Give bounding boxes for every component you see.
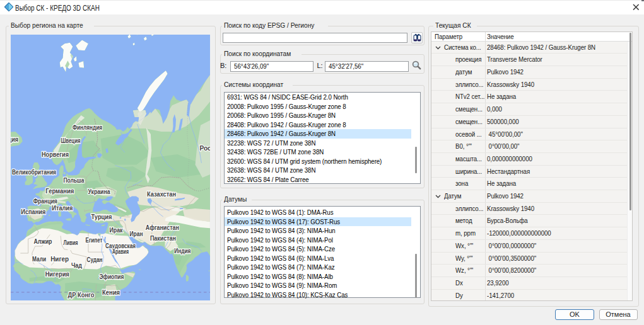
svg-text:Ирак: Ирак	[110, 226, 124, 234]
svg-text:Польша: Польша	[64, 176, 85, 184]
svg-text:Судан: Судан	[87, 256, 103, 263]
svg-text:Мали: Мали	[32, 255, 46, 263]
svg-text:Нигер: Нигер	[50, 255, 69, 263]
svg-text:Россия: Россия	[200, 144, 211, 152]
svg-text:Италия: Италия	[52, 204, 73, 212]
svg-text:Норвегия: Норвегия	[42, 151, 69, 158]
svg-text:Кения: Кения	[102, 288, 120, 296]
svg-text:Финляндия: Финляндия	[73, 123, 102, 131]
svg-text:Исландия: Исландия	[11, 135, 18, 143]
svg-text:Ливия: Ливия	[64, 239, 78, 246]
svg-text:Чад: Чад	[71, 261, 82, 269]
svg-text:Индия: Индия	[174, 247, 190, 254]
svg-text:Эфиопия: Эфиопия	[100, 273, 124, 280]
svg-text:Афганистан: Афганистан	[146, 224, 179, 231]
svg-text:Иран: Иран	[130, 230, 143, 237]
svg-text:Нигерия: Нигерия	[45, 270, 69, 278]
svg-text:ДР Конго: ДР Конго	[68, 291, 95, 299]
svg-text:Украина: Украина	[88, 188, 110, 195]
svg-text:Пакистан: Пакистан	[150, 234, 176, 242]
svg-text:Великобритания: Великобритания	[12, 168, 56, 176]
svg-text:Германия: Германия	[45, 187, 74, 195]
svg-text:Испания: Испания	[21, 208, 45, 215]
svg-text:Швеция: Швеция	[61, 137, 81, 144]
svg-text:Алжир: Алжир	[34, 237, 52, 245]
svg-text:Турция: Турция	[91, 213, 112, 220]
svg-text:Египет: Египет	[86, 236, 103, 244]
svg-text:Аравия: Аравия	[112, 248, 129, 255]
svg-text:Казахстан: Казахстан	[147, 190, 176, 198]
